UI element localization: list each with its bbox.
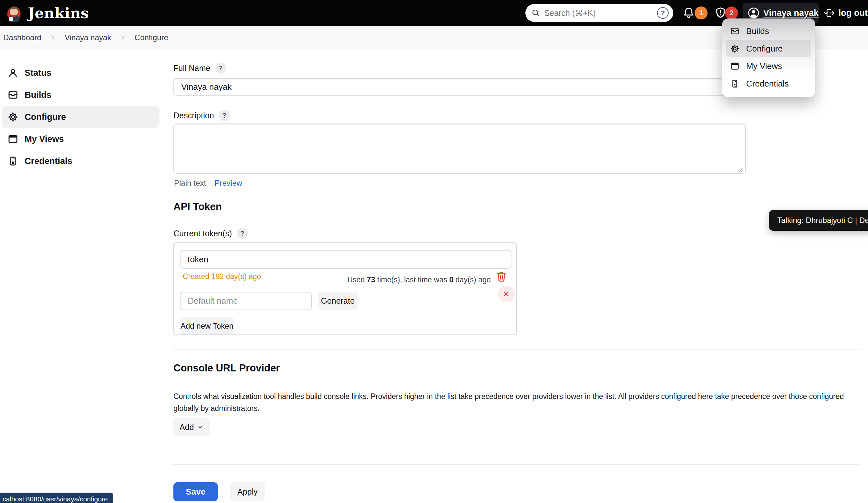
search-help-icon[interactable]: ? — [657, 7, 669, 19]
menu-item-label: Builds — [746, 26, 769, 36]
token-created-text: Created 192 day(s) ago — [183, 272, 261, 281]
full-name-label: Full Name — [173, 63, 210, 73]
window-icon — [730, 61, 740, 71]
menu-item-credentials[interactable]: Credentials — [726, 75, 811, 92]
section-divider — [173, 349, 859, 350]
token-name-input[interactable] — [180, 250, 512, 269]
breadcrumb-dashboard[interactable]: Dashboard — [3, 33, 41, 42]
token-box: Created 192 day(s) ago Used 73 time(s), … — [173, 243, 517, 335]
menu-item-builds[interactable]: Builds — [726, 22, 811, 40]
builds-icon — [8, 90, 19, 101]
console-url-description: Controls what visualization tool handles… — [173, 391, 860, 414]
breadcrumb-configure[interactable]: Configure — [135, 33, 168, 42]
notification-bell-icon[interactable] — [682, 7, 695, 19]
preview-link[interactable]: Preview — [215, 178, 242, 188]
sidebar-item-label: Builds — [25, 90, 52, 100]
token-usage-text: Used 73 time(s), last time was 0 day(s) … — [348, 276, 491, 284]
cancel-token-button[interactable]: ✕ — [498, 286, 515, 302]
full-name-input[interactable] — [173, 78, 746, 96]
user-dropdown-menu: Builds Configure My Views — [722, 19, 815, 97]
jenkins-butler-logo-icon — [5, 4, 23, 22]
credentials-card-icon — [730, 79, 740, 89]
menu-item-label: Credentials — [746, 79, 789, 89]
description-textarea[interactable] — [173, 123, 746, 174]
sidebar-item-my-views[interactable]: My Views — [2, 128, 159, 150]
api-token-heading: API Token — [173, 201, 222, 213]
chevron-right-icon — [120, 34, 126, 41]
help-icon[interactable]: ? — [237, 228, 248, 239]
builds-icon — [730, 26, 740, 36]
sidebar: Status Builds Configure My Views — [0, 49, 162, 172]
gear-icon — [730, 44, 740, 53]
search-box[interactable]: ? — [525, 4, 673, 22]
logout-icon — [825, 8, 835, 18]
help-icon[interactable]: ? — [219, 110, 230, 121]
sidebar-item-credentials[interactable]: Credentials — [2, 150, 159, 172]
add-provider-label: Add — [179, 423, 194, 432]
sidebar-item-label: My Views — [25, 134, 64, 144]
sidebar-item-label: Status — [25, 68, 52, 78]
console-url-heading: Console URL Provider — [173, 362, 280, 374]
gear-icon — [8, 112, 19, 123]
talking-tooltip: Talking: Dhrubajyoti C | DevRel En... — [769, 210, 868, 231]
sidebar-item-label: Configure — [25, 112, 66, 122]
sidebar-item-label: Credentials — [25, 156, 72, 166]
security-count-badge[interactable]: 2 — [725, 7, 738, 19]
credentials-card-icon — [8, 156, 19, 167]
avatar-icon — [747, 7, 760, 19]
person-icon — [8, 68, 19, 79]
delete-token-button[interactable] — [495, 270, 508, 283]
full-name-label-row: Full Name ? — [173, 63, 226, 74]
search-input[interactable] — [544, 8, 657, 18]
description-mode-row: Plain text Preview — [174, 178, 242, 188]
description-label: Description — [173, 111, 214, 120]
sidebar-item-builds[interactable]: Builds — [2, 84, 159, 106]
chevron-down-icon — [197, 424, 204, 430]
menu-item-label: Configure — [746, 44, 783, 54]
footer-divider — [173, 464, 859, 465]
save-button[interactable]: Save — [173, 482, 218, 501]
help-icon[interactable]: ? — [215, 63, 226, 74]
plain-text-label: Plain text — [174, 178, 206, 188]
logout-label: log out — [838, 8, 868, 18]
add-new-token-button[interactable]: Add new Token — [180, 317, 234, 335]
new-token-name-input[interactable] — [180, 292, 312, 310]
apply-button[interactable]: Apply — [230, 482, 265, 501]
description-label-row: Description ? — [173, 110, 230, 121]
trash-icon — [495, 270, 508, 283]
current-tokens-label-row: Current token(s) ? — [173, 228, 248, 239]
breadcrumb-user[interactable]: Vinaya nayak — [64, 33, 111, 42]
search-icon — [531, 8, 540, 18]
current-tokens-label: Current token(s) — [173, 229, 232, 238]
menu-item-configure[interactable]: Configure — [726, 40, 811, 58]
add-provider-button[interactable]: Add — [173, 418, 210, 436]
notification-count-badge[interactable]: 1 — [695, 7, 707, 19]
status-bar-url: calhost:8080/user/vinaya/configure — [0, 493, 113, 503]
sidebar-item-configure[interactable]: Configure — [2, 106, 159, 128]
user-name: Vinaya nayak — [763, 8, 819, 18]
jenkins-brand[interactable]: Jenkins — [5, 0, 89, 26]
chevron-right-icon — [50, 34, 56, 41]
brand-wordmark: Jenkins — [28, 5, 89, 21]
jenkins-user-configure-page: Jenkins ? 1 2 — [0, 0, 868, 503]
generate-token-button[interactable]: Generate — [318, 292, 358, 310]
logout-button[interactable]: log out — [825, 0, 868, 26]
window-icon — [8, 134, 19, 145]
main-content: Full Name ? Description ? Plain text Pre… — [173, 49, 860, 503]
menu-item-label: My Views — [746, 61, 782, 71]
menu-item-my-views[interactable]: My Views — [726, 58, 811, 75]
sidebar-item-status[interactable]: Status — [2, 62, 159, 84]
